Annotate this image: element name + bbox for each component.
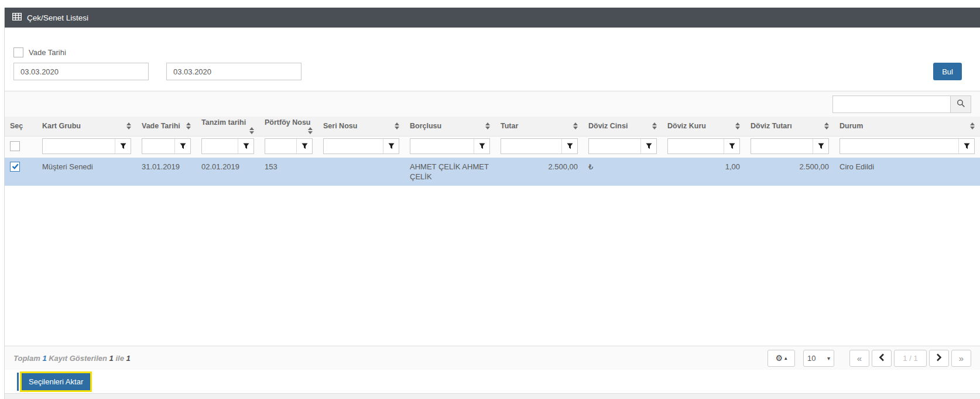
cell-seri-nosu (318, 158, 405, 186)
column-header-doviz-cinsi[interactable]: Döviz Cinsi (583, 117, 662, 136)
filter-input-tutar[interactable] (501, 139, 561, 154)
date-to-input[interactable] (166, 63, 301, 80)
column-header-kart-grubu[interactable]: Kart Grubu (37, 117, 136, 136)
sort-icon (821, 122, 829, 129)
chevron-right-icon (936, 353, 942, 363)
date-filter-section: Vade Tarihi Bul (5, 28, 980, 91)
column-header-portfoy-nosu[interactable]: Pörtföy Nosu (259, 117, 318, 136)
pagination-controls: ⚙ ▴ 10 ▾ « 1 / 1 » (767, 350, 971, 367)
funnel-icon-button[interactable] (640, 139, 656, 154)
cell-doviz-cinsi: ₺ (583, 158, 662, 186)
cell-doviz-tutari: 2.500,00 (745, 158, 834, 186)
sort-icon (967, 122, 975, 129)
filter-input-tanzim-tarihi[interactable] (202, 139, 238, 154)
filter-input-portfoy-nosu[interactable] (265, 139, 296, 154)
sort-icon (183, 122, 191, 129)
chevron-left-icon (879, 353, 885, 363)
row-select-checkbox[interactable] (10, 162, 20, 172)
funnel-icon-button[interactable] (724, 139, 739, 154)
table-filter-row (5, 136, 980, 158)
cell-tutar: 2.500,00 (495, 158, 583, 186)
record-summary: Toplam 1 Kayıt Gösterilen 1 ile 1 (13, 354, 131, 363)
previous-page-button[interactable] (872, 350, 892, 367)
column-header-tutar[interactable]: Tutar (495, 117, 583, 136)
select-all-checkbox[interactable] (10, 141, 20, 151)
panel-title-bar: Çek/Senet Listesi (5, 8, 980, 28)
table-grid-icon (12, 13, 22, 22)
cell-portfoy-nosu: 153 (259, 158, 318, 186)
actions-bar: Seçilenleri Aktar (5, 370, 980, 393)
cell-kart-grubu: Müşteri Senedi (37, 158, 136, 186)
column-header-doviz-tutari[interactable]: Döviz Tutarı (745, 117, 834, 136)
search-band (5, 91, 980, 117)
sort-icon (123, 122, 131, 129)
magnifier-icon (957, 99, 965, 110)
grid-footer: Toplam 1 Kayıt Gösterilen 1 ile 1 ⚙ ▴ 10… (5, 346, 980, 370)
date-from-input[interactable] (13, 63, 149, 80)
filter-input-borclusu[interactable] (410, 139, 474, 154)
column-header-durum[interactable]: Durum (834, 117, 980, 136)
filter-input-seri-nosu[interactable] (324, 139, 383, 154)
transfer-selected-button[interactable]: Seçilenleri Aktar (20, 371, 92, 392)
gear-icon: ⚙ (775, 354, 783, 362)
funnel-icon-button[interactable] (174, 139, 190, 154)
cek-senet-table: Seç Kart Grubu Vade Tarihi Tanzim tarihi… (5, 117, 980, 186)
table-header-row: Seç Kart Grubu Vade Tarihi Tanzim tarihi… (5, 117, 980, 136)
funnel-icon-button[interactable] (115, 139, 131, 154)
next-page-button[interactable] (929, 350, 949, 367)
table-row[interactable]: Müşteri Senedi 31.01.2019 02.01.2019 153… (5, 158, 980, 186)
sort-icon (482, 122, 490, 129)
funnel-icon-button[interactable] (813, 139, 828, 154)
sort-icon (304, 127, 313, 134)
last-page-button[interactable]: » (951, 350, 971, 367)
column-header-borclusu[interactable]: Borçlusu (405, 117, 495, 136)
cell-doviz-kuru: 1,00 (662, 158, 745, 186)
column-header-seri-nosu[interactable]: Seri Nosu (318, 117, 405, 136)
chevron-down-icon: ▾ (827, 355, 830, 362)
cek-senet-panel: Çek/Senet Listesi Vade Tarihi Bul (4, 8, 980, 399)
page-size-select[interactable]: 10 ▾ (803, 350, 834, 367)
page-indicator: 1 / 1 (894, 350, 927, 367)
vade-tarihi-checkbox[interactable] (13, 47, 23, 57)
sort-icon (649, 122, 657, 129)
sort-icon (246, 127, 254, 134)
search-input[interactable] (832, 96, 951, 113)
page-bottom-strip (5, 393, 980, 399)
sort-icon (732, 122, 740, 129)
filter-input-doviz-tutari[interactable] (751, 139, 813, 154)
filter-input-vade-tarihi[interactable] (142, 139, 174, 154)
caret-up-icon: ▴ (784, 356, 787, 361)
page-size-value: 10 (807, 354, 815, 363)
funnel-icon-button[interactable] (474, 139, 489, 154)
filter-input-durum[interactable] (840, 139, 958, 154)
column-header-doviz-kuru[interactable]: Döviz Kuru (662, 117, 745, 136)
cell-borclusu: AHMET ÇELİK AHMET ÇELİK (405, 158, 495, 186)
funnel-icon-button[interactable] (296, 139, 312, 154)
cell-tanzim-tarihi: 02.01.2019 (196, 158, 259, 186)
first-page-button[interactable]: « (849, 350, 869, 367)
cell-vade-tarihi: 31.01.2019 (136, 158, 196, 186)
funnel-icon-button[interactable] (238, 139, 253, 154)
funnel-icon-button[interactable] (958, 139, 974, 154)
sort-icon (570, 122, 578, 129)
table-empty-area (5, 186, 980, 346)
search-button[interactable] (951, 96, 971, 113)
filter-input-kart-grubu[interactable] (43, 139, 115, 154)
grid-settings-button[interactable]: ⚙ ▴ (767, 350, 795, 367)
funnel-icon-button[interactable] (561, 139, 577, 154)
column-header-sec: Seç (5, 117, 37, 136)
vade-tarihi-label: Vade Tarihi (29, 48, 66, 57)
sort-icon (391, 122, 399, 129)
cell-durum: Ciro Edildi (834, 158, 980, 186)
column-header-tanzim-tarihi[interactable]: Tanzim tarihi (196, 117, 259, 136)
column-header-vade-tarihi[interactable]: Vade Tarihi (136, 117, 196, 136)
page-title: Çek/Senet Listesi (27, 13, 88, 22)
filter-input-doviz-cinsi[interactable] (589, 139, 640, 154)
bul-button[interactable]: Bul (933, 63, 962, 80)
filter-input-doviz-kuru[interactable] (668, 139, 724, 154)
focus-sliver (17, 373, 19, 391)
funnel-icon-button[interactable] (383, 139, 399, 154)
